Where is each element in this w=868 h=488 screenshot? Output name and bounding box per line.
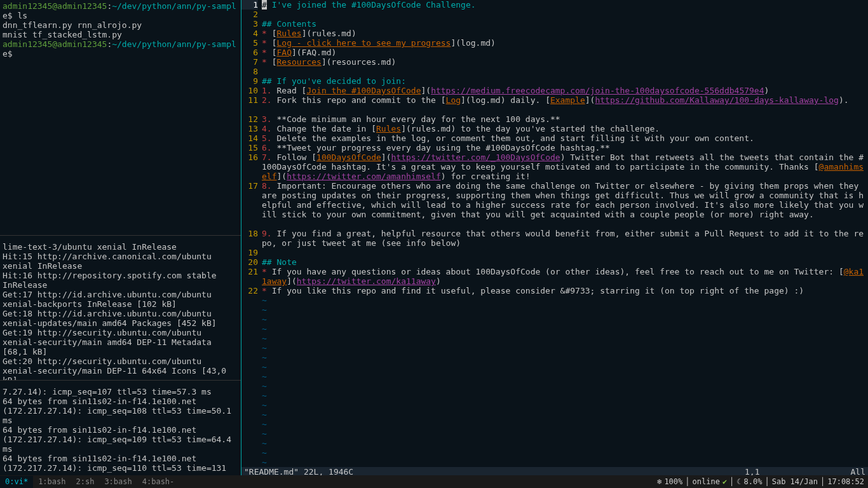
right-column: 12345678910111213141516171819202122 # I'… [241,0,868,475]
terminal-pane-apt[interactable]: lime-text-3/ubuntu xenial InReleaseHit:1… [0,235,241,380]
code-line[interactable]: 8. Important: Encourage others who are d… [262,181,868,229]
tmux-tab-bash[interactable]: 4:bash- [137,476,180,488]
tmux-status-bar: 0:vi*1:bash2:sh3:bash4:bash- ❄ 100% │ on… [0,475,868,488]
vim-tilde: ~ [262,458,868,467]
line-number: 18 [241,229,258,248]
line-number: 17 [241,181,258,229]
shell-prompt[interactable]: e$ [3,49,238,58]
shell-line: mnist tf_stacked_lstm.py [3,30,238,39]
code-line[interactable] [262,248,868,257]
apt-output-line: Hit:16 http://repository.spotify.com sta… [3,271,238,290]
apt-output-line: Get:18 http://id.archive.ubuntu.com/ubun… [3,309,238,328]
online-label: online [693,477,720,487]
code-line[interactable]: * [FAQ](FAQ.md) [262,48,868,57]
weather-icon: ☾ [736,477,741,487]
line-number: 4 [241,29,258,38]
code-line[interactable]: ## If you've decided to join: [262,76,868,86]
code-line[interactable] [262,67,868,76]
code-line[interactable]: * If you have any questions or ideas abo… [262,267,868,286]
vim-tilde: ~ [262,381,868,391]
editor-content[interactable]: # I've joined the #100DaysOfCode Challen… [262,0,868,467]
vim-tilde: ~ [262,372,868,381]
snowflake-icon: ❄ [657,477,661,487]
line-number: 3 [241,19,258,29]
terminal-pane-ping[interactable]: 7.27.14): icmp_seq=107 ttl=53 time=57.3 … [0,380,241,475]
line-number: 12 [241,114,258,124]
line-number: 16 [241,152,258,181]
terminal-pane-shell[interactable]: admin12345@admin12345:~/dev/python/ann/p… [0,0,241,235]
line-number: 5 [241,38,258,48]
vim-editor[interactable]: 12345678910111213141516171819202122 # I'… [241,0,868,467]
battery-percent: 100% [664,477,682,487]
line-number: 8 [241,67,258,76]
weather-value: 8.0% [744,477,763,487]
apt-output-line: lime-text-3/ubuntu xenial InRelease [3,242,238,252]
code-line[interactable] [262,10,868,19]
code-line[interactable]: 1. Read [Join the #100DaysOfCode](https:… [262,86,868,95]
code-line[interactable]: * [Resources](resources.md) [262,57,868,67]
line-number: 22 [241,286,258,295]
code-line[interactable]: # I've joined the #100DaysOfCode Challen… [262,0,868,10]
ping-output-line: 7.27.14): icmp_seq=107 ttl=53 time=57.3 … [3,387,238,396]
shell-line: e$ ls [3,11,238,20]
line-number: 21 [241,267,258,286]
code-line[interactable]: ## Contents [262,19,868,29]
ping-output-line: 64 bytes from sin11s02-in-f14.1e100.net … [3,425,238,454]
shell-line: dnn_tflearn.py rnn_alrojo.py [3,20,238,30]
tmux-tab-sh[interactable]: 2:sh [71,476,99,488]
code-line[interactable]: 9. If you find a great, helpful resource… [262,229,868,248]
code-line[interactable]: * If you like this repo and find it usef… [262,286,868,295]
line-number: 20 [241,257,258,267]
code-line[interactable]: ## Note [262,257,868,267]
line-number: 19 [241,248,258,257]
vim-tilde: ~ [262,334,868,343]
code-line[interactable]: 5. Delete the examples in the log, or co… [262,133,868,143]
code-line[interactable]: 4. Change the date in [Rules](rules.md) … [262,124,868,133]
vim-tilde: ~ [262,448,868,458]
code-line[interactable]: 3. **Code minimum an hour every day for … [262,114,868,124]
apt-output-line: Hit:15 http://archive.canonical.com/ubun… [3,252,238,271]
vim-tilde: ~ [262,362,868,372]
vim-tilde: ~ [262,295,868,305]
vim-tilde: ~ [262,410,868,419]
code-line[interactable]: * [Rules](rules.md) [262,29,868,38]
vim-tilde: ~ [262,353,868,362]
code-line[interactable]: * [Log - click here to see my progress](… [262,38,868,48]
line-number: 1 [241,0,258,10]
line-number: 2 [241,10,258,19]
tmux-tab-bash[interactable]: 1:bash [33,476,71,488]
line-number: 9 [241,76,258,86]
vim-tilde: ~ [262,391,868,400]
line-number: 14 [241,133,258,143]
apt-output-line: Get:20 http://security.ubuntu.com/ubuntu… [3,356,238,380]
vim-tilde: ~ [262,438,868,448]
apt-output-line: Get:17 http://id.archive.ubuntu.com/ubun… [3,290,238,309]
vim-tilde: ~ [262,324,868,334]
vim-tilde: ~ [262,315,868,324]
tmux-tab-bash[interactable]: 3:bash [99,476,137,488]
line-number-gutter: 12345678910111213141516171819202122 [241,0,262,467]
time-label: 17:08:52 [827,477,864,487]
vim-tilde: ~ [262,400,868,410]
ping-output-line: 64 bytes from sin11s02-in-f14.1e100.net … [3,454,238,475]
line-number: 13 [241,124,258,133]
line-number: 6 [241,48,258,57]
online-check-icon: ✔ [722,477,727,487]
tmux-status-right: ❄ 100% │ online ✔ │ ☾ 8.0% │ Sab 14/Jan … [657,477,868,487]
line-number: 10 [241,86,258,95]
line-number: 15 [241,143,258,152]
apt-output-line: Get:19 http://security.ubuntu.com/ubuntu… [3,328,238,356]
line-number: 7 [241,57,258,67]
code-line[interactable]: 6. **Tweet your progress every day using… [262,143,868,152]
prompt-path: ~/dev/python/ann/py-sampl [112,1,236,11]
tmux-tab-vi[interactable]: 0:vi* [0,476,33,488]
code-line[interactable]: 7. Follow [100DaysOfCode](https://twitte… [262,152,868,181]
ping-output-line: 64 bytes from sin11s02-in-f14.1e100.net … [3,396,238,425]
date-label: Sab 14/Jan [772,477,818,487]
code-line[interactable]: 2. Fork this repo and commit to the [Log… [262,95,868,114]
vim-tilde: ~ [262,305,868,315]
vim-tilde: ~ [262,429,868,438]
vim-tilde: ~ [262,343,868,353]
left-column: admin12345@admin12345:~/dev/python/ann/p… [0,0,241,475]
line-number: 11 [241,95,258,114]
